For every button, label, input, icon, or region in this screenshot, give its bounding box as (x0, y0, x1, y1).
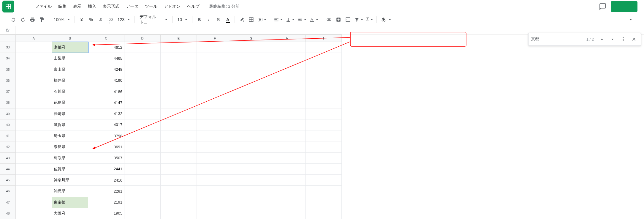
cell[interactable] (233, 141, 269, 152)
row-header[interactable]: 43 (0, 152, 16, 163)
link-button[interactable] (325, 15, 333, 24)
cell[interactable] (233, 75, 269, 86)
cell[interactable] (16, 75, 52, 86)
cell[interactable] (124, 75, 161, 86)
cell[interactable] (306, 53, 342, 64)
cell[interactable] (197, 152, 233, 163)
find-prev-button[interactable] (597, 35, 606, 44)
cell[interactable]: 2441 (88, 163, 124, 174)
col-header-A[interactable]: A (16, 35, 52, 42)
fill-color-button[interactable] (237, 15, 246, 24)
cell[interactable]: 佐賀県 (52, 163, 88, 174)
spreadsheet-grid[interactable]: A B C D E F G H I 33京都府461234山梨県446535富山… (0, 34, 342, 219)
cell[interactable] (124, 64, 161, 75)
cell[interactable] (16, 119, 52, 130)
cell[interactable] (124, 119, 161, 130)
increase-decimal-button[interactable]: .00→ (106, 15, 115, 24)
select-all-corner[interactable] (0, 35, 16, 42)
cell[interactable] (197, 53, 233, 64)
cell[interactable] (269, 186, 306, 197)
font-dropdown[interactable]: デフォルト... (137, 15, 170, 24)
cell[interactable] (16, 108, 52, 119)
borders-button[interactable] (247, 15, 256, 24)
font-size-dropdown[interactable]: 10 (175, 15, 190, 24)
cell[interactable] (161, 42, 197, 53)
cell[interactable] (16, 86, 52, 97)
currency-button[interactable]: ¥ (77, 15, 86, 24)
redo-button[interactable] (18, 15, 27, 24)
cell[interactable] (306, 130, 342, 141)
cell[interactable] (197, 42, 233, 53)
cell[interactable] (161, 75, 197, 86)
row-header[interactable]: 42 (0, 141, 16, 152)
cell[interactable]: 徳島県 (52, 97, 88, 108)
cell[interactable] (124, 97, 161, 108)
cell[interactable]: 神奈川県 (52, 175, 88, 186)
cell[interactable] (124, 152, 161, 163)
row-header[interactable]: 41 (0, 130, 16, 141)
cell[interactable] (124, 163, 161, 174)
find-input[interactable] (531, 37, 585, 42)
cell[interactable] (161, 208, 197, 219)
cell[interactable]: 山梨県 (52, 53, 88, 64)
print-button[interactable] (28, 15, 37, 24)
cell[interactable] (16, 197, 52, 208)
row-header[interactable]: 33 (0, 42, 16, 53)
cell[interactable] (197, 97, 233, 108)
cell[interactable] (269, 130, 306, 141)
cell[interactable]: 富山県 (52, 64, 88, 75)
row-header[interactable]: 39 (0, 108, 16, 119)
cell[interactable] (233, 186, 269, 197)
cell[interactable] (306, 75, 342, 86)
cell[interactable] (197, 119, 233, 130)
cell[interactable] (197, 197, 233, 208)
cell[interactable] (233, 64, 269, 75)
cell[interactable]: 4248 (88, 64, 124, 75)
cell[interactable]: 福井県 (52, 75, 88, 86)
cell[interactable] (269, 152, 306, 163)
share-button[interactable] (611, 1, 637, 12)
cell[interactable] (306, 197, 342, 208)
cell[interactable] (124, 197, 161, 208)
menu-file[interactable]: ファイル (32, 2, 55, 11)
col-header-B[interactable]: B (52, 35, 88, 42)
row-header[interactable]: 35 (0, 64, 16, 75)
cell[interactable] (16, 64, 52, 75)
collapse-toolbar-button[interactable] (626, 15, 635, 24)
cell[interactable] (161, 163, 197, 174)
insert-chart-button[interactable] (344, 15, 352, 24)
cell[interactable] (16, 186, 52, 197)
menu-help[interactable]: ヘルプ (184, 2, 202, 11)
row-header[interactable]: 36 (0, 75, 16, 86)
cell[interactable]: 京都府 (52, 42, 88, 53)
col-header-D[interactable]: D (124, 35, 161, 42)
cell[interactable] (16, 53, 52, 64)
row-header[interactable]: 44 (0, 163, 16, 174)
cell[interactable] (233, 97, 269, 108)
cell[interactable] (161, 197, 197, 208)
cell[interactable]: 1905 (88, 208, 124, 219)
cell[interactable] (197, 130, 233, 141)
cell[interactable] (161, 64, 197, 75)
cell[interactable] (197, 141, 233, 152)
col-header-I[interactable]: I (306, 35, 342, 42)
italic-button[interactable]: I (204, 15, 213, 24)
cell[interactable] (306, 97, 342, 108)
strikethrough-button[interactable]: S (214, 15, 223, 24)
cell[interactable]: 長崎県 (52, 108, 88, 119)
cell[interactable]: 3507 (88, 152, 124, 163)
row-header[interactable]: 38 (0, 97, 16, 108)
cell[interactable] (306, 141, 342, 152)
cell[interactable] (269, 64, 306, 75)
cell[interactable]: 奈良県 (52, 141, 88, 152)
cell[interactable] (233, 163, 269, 174)
cell[interactable] (269, 97, 306, 108)
h-align-button[interactable] (273, 15, 284, 24)
cell[interactable] (124, 141, 161, 152)
text-color-button[interactable]: A (223, 15, 232, 24)
cell[interactable] (306, 163, 342, 174)
row-header[interactable]: 46 (0, 186, 16, 197)
find-next-button[interactable] (608, 35, 617, 44)
cell[interactable]: 4017 (88, 119, 124, 130)
bold-button[interactable]: B (195, 15, 204, 24)
